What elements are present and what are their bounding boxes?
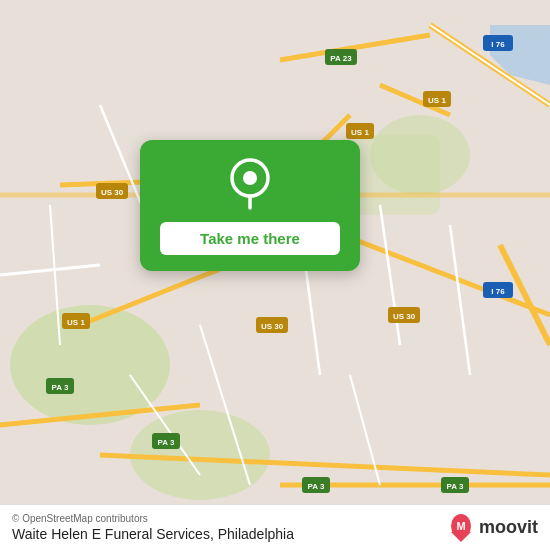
svg-text:I 76: I 76 [491, 40, 505, 49]
navigation-card: Take me there [140, 140, 360, 271]
svg-text:PA 3: PA 3 [308, 482, 325, 491]
svg-text:US 30: US 30 [101, 188, 124, 197]
svg-text:PA 3: PA 3 [52, 383, 69, 392]
location-pin-icon [224, 158, 276, 210]
moovit-logo: M moovit [447, 514, 538, 542]
svg-marker-61 [451, 532, 471, 542]
svg-text:US 30: US 30 [261, 322, 284, 331]
moovit-brand-text: moovit [479, 517, 538, 538]
svg-rect-0 [0, 25, 550, 525]
svg-text:US 30: US 30 [393, 312, 416, 321]
svg-text:US 1: US 1 [67, 318, 85, 327]
bottom-info-bar: © OpenStreetMap contributors Waite Helen… [0, 504, 550, 550]
svg-text:US 1: US 1 [428, 96, 446, 105]
moovit-icon: M [447, 514, 475, 542]
svg-text:US 1: US 1 [351, 128, 369, 137]
svg-text:I 76: I 76 [491, 287, 505, 296]
place-info: © OpenStreetMap contributors Waite Helen… [12, 513, 294, 542]
svg-text:PA 3: PA 3 [447, 482, 464, 491]
svg-text:PA 23: PA 23 [330, 54, 352, 63]
map-background: I 76 PA 23 US 1 US 1 US 1 US 1 US 30 US … [0, 0, 550, 550]
map-container: I 76 PA 23 US 1 US 1 US 1 US 1 US 30 US … [0, 0, 550, 550]
svg-text:M: M [456, 520, 465, 532]
svg-text:PA 3: PA 3 [158, 438, 175, 447]
map-attribution: © OpenStreetMap contributors [12, 513, 294, 524]
take-me-there-button[interactable]: Take me there [160, 222, 340, 255]
svg-point-58 [243, 171, 257, 185]
place-name: Waite Helen E Funeral Services, Philadel… [12, 526, 294, 542]
